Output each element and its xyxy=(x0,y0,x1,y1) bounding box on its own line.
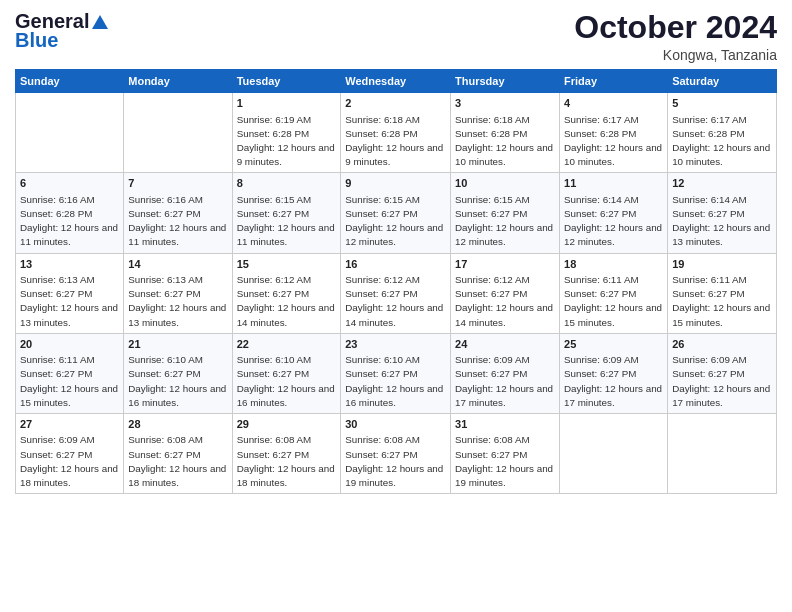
calendar-cell: 14Sunrise: 6:13 AMSunset: 6:27 PMDayligh… xyxy=(124,253,232,333)
day-number: 16 xyxy=(345,257,446,272)
day-info: Sunrise: 6:12 AMSunset: 6:27 PMDaylight:… xyxy=(345,273,446,330)
day-info: Sunrise: 6:11 AMSunset: 6:27 PMDaylight:… xyxy=(20,353,119,410)
day-info: Sunrise: 6:14 AMSunset: 6:27 PMDaylight:… xyxy=(564,193,663,250)
calendar-cell: 29Sunrise: 6:08 AMSunset: 6:27 PMDayligh… xyxy=(232,414,341,494)
calendar-cell: 7Sunrise: 6:16 AMSunset: 6:27 PMDaylight… xyxy=(124,173,232,253)
calendar-cell: 12Sunrise: 6:14 AMSunset: 6:27 PMDayligh… xyxy=(668,173,777,253)
calendar-cell: 4Sunrise: 6:17 AMSunset: 6:28 PMDaylight… xyxy=(560,93,668,173)
weekday-header-monday: Monday xyxy=(124,70,232,93)
day-number: 31 xyxy=(455,417,555,432)
calendar-table: SundayMondayTuesdayWednesdayThursdayFrid… xyxy=(15,69,777,494)
logo: General Blue xyxy=(15,10,110,52)
calendar-cell: 31Sunrise: 6:08 AMSunset: 6:27 PMDayligh… xyxy=(451,414,560,494)
calendar-cell: 2Sunrise: 6:18 AMSunset: 6:28 PMDaylight… xyxy=(341,93,451,173)
day-number: 14 xyxy=(128,257,227,272)
weekday-header-wednesday: Wednesday xyxy=(341,70,451,93)
day-info: Sunrise: 6:19 AMSunset: 6:28 PMDaylight:… xyxy=(237,113,337,170)
calendar-cell: 8Sunrise: 6:15 AMSunset: 6:27 PMDaylight… xyxy=(232,173,341,253)
day-number: 26 xyxy=(672,337,772,352)
day-info: Sunrise: 6:08 AMSunset: 6:27 PMDaylight:… xyxy=(455,433,555,490)
calendar-cell xyxy=(668,414,777,494)
calendar-week-row: 1Sunrise: 6:19 AMSunset: 6:28 PMDaylight… xyxy=(16,93,777,173)
calendar-cell xyxy=(560,414,668,494)
day-number: 5 xyxy=(672,96,772,111)
day-info: Sunrise: 6:13 AMSunset: 6:27 PMDaylight:… xyxy=(128,273,227,330)
calendar-cell: 22Sunrise: 6:10 AMSunset: 6:27 PMDayligh… xyxy=(232,333,341,413)
day-info: Sunrise: 6:18 AMSunset: 6:28 PMDaylight:… xyxy=(345,113,446,170)
month-title: October 2024 xyxy=(574,10,777,45)
day-info: Sunrise: 6:09 AMSunset: 6:27 PMDaylight:… xyxy=(455,353,555,410)
day-number: 27 xyxy=(20,417,119,432)
weekday-header-thursday: Thursday xyxy=(451,70,560,93)
day-number: 8 xyxy=(237,176,337,191)
day-number: 19 xyxy=(672,257,772,272)
day-info: Sunrise: 6:15 AMSunset: 6:27 PMDaylight:… xyxy=(345,193,446,250)
day-number: 3 xyxy=(455,96,555,111)
calendar-cell: 19Sunrise: 6:11 AMSunset: 6:27 PMDayligh… xyxy=(668,253,777,333)
day-info: Sunrise: 6:10 AMSunset: 6:27 PMDaylight:… xyxy=(128,353,227,410)
day-info: Sunrise: 6:10 AMSunset: 6:27 PMDaylight:… xyxy=(237,353,337,410)
location: Kongwa, Tanzania xyxy=(574,47,777,63)
calendar-cell: 16Sunrise: 6:12 AMSunset: 6:27 PMDayligh… xyxy=(341,253,451,333)
calendar-week-row: 13Sunrise: 6:13 AMSunset: 6:27 PMDayligh… xyxy=(16,253,777,333)
day-info: Sunrise: 6:14 AMSunset: 6:27 PMDaylight:… xyxy=(672,193,772,250)
calendar-cell: 27Sunrise: 6:09 AMSunset: 6:27 PMDayligh… xyxy=(16,414,124,494)
page-header: General Blue October 2024 Kongwa, Tanzan… xyxy=(15,10,777,63)
calendar-cell: 26Sunrise: 6:09 AMSunset: 6:27 PMDayligh… xyxy=(668,333,777,413)
day-info: Sunrise: 6:15 AMSunset: 6:27 PMDaylight:… xyxy=(237,193,337,250)
calendar-cell: 6Sunrise: 6:16 AMSunset: 6:28 PMDaylight… xyxy=(16,173,124,253)
calendar-week-row: 27Sunrise: 6:09 AMSunset: 6:27 PMDayligh… xyxy=(16,414,777,494)
day-number: 15 xyxy=(237,257,337,272)
day-info: Sunrise: 6:09 AMSunset: 6:27 PMDaylight:… xyxy=(672,353,772,410)
logo-blue: Blue xyxy=(15,29,58,52)
weekday-header-friday: Friday xyxy=(560,70,668,93)
logo-triangle-icon xyxy=(90,13,110,31)
day-info: Sunrise: 6:15 AMSunset: 6:27 PMDaylight:… xyxy=(455,193,555,250)
day-number: 20 xyxy=(20,337,119,352)
day-number: 7 xyxy=(128,176,227,191)
day-number: 18 xyxy=(564,257,663,272)
calendar-page: General Blue October 2024 Kongwa, Tanzan… xyxy=(0,0,792,612)
calendar-cell: 23Sunrise: 6:10 AMSunset: 6:27 PMDayligh… xyxy=(341,333,451,413)
day-number: 9 xyxy=(345,176,446,191)
day-info: Sunrise: 6:08 AMSunset: 6:27 PMDaylight:… xyxy=(128,433,227,490)
day-info: Sunrise: 6:18 AMSunset: 6:28 PMDaylight:… xyxy=(455,113,555,170)
day-number: 29 xyxy=(237,417,337,432)
calendar-cell: 18Sunrise: 6:11 AMSunset: 6:27 PMDayligh… xyxy=(560,253,668,333)
calendar-cell: 11Sunrise: 6:14 AMSunset: 6:27 PMDayligh… xyxy=(560,173,668,253)
day-number: 1 xyxy=(237,96,337,111)
calendar-cell: 3Sunrise: 6:18 AMSunset: 6:28 PMDaylight… xyxy=(451,93,560,173)
weekday-header-sunday: Sunday xyxy=(16,70,124,93)
calendar-week-row: 6Sunrise: 6:16 AMSunset: 6:28 PMDaylight… xyxy=(16,173,777,253)
day-number: 30 xyxy=(345,417,446,432)
day-number: 4 xyxy=(564,96,663,111)
day-info: Sunrise: 6:09 AMSunset: 6:27 PMDaylight:… xyxy=(20,433,119,490)
calendar-cell: 13Sunrise: 6:13 AMSunset: 6:27 PMDayligh… xyxy=(16,253,124,333)
calendar-cell: 1Sunrise: 6:19 AMSunset: 6:28 PMDaylight… xyxy=(232,93,341,173)
day-info: Sunrise: 6:11 AMSunset: 6:27 PMDaylight:… xyxy=(564,273,663,330)
calendar-cell: 9Sunrise: 6:15 AMSunset: 6:27 PMDaylight… xyxy=(341,173,451,253)
calendar-cell xyxy=(124,93,232,173)
calendar-cell xyxy=(16,93,124,173)
day-number: 2 xyxy=(345,96,446,111)
day-info: Sunrise: 6:12 AMSunset: 6:27 PMDaylight:… xyxy=(455,273,555,330)
day-info: Sunrise: 6:08 AMSunset: 6:27 PMDaylight:… xyxy=(237,433,337,490)
day-info: Sunrise: 6:08 AMSunset: 6:27 PMDaylight:… xyxy=(345,433,446,490)
day-info: Sunrise: 6:09 AMSunset: 6:27 PMDaylight:… xyxy=(564,353,663,410)
calendar-cell: 21Sunrise: 6:10 AMSunset: 6:27 PMDayligh… xyxy=(124,333,232,413)
day-number: 23 xyxy=(345,337,446,352)
weekday-header-saturday: Saturday xyxy=(668,70,777,93)
day-number: 24 xyxy=(455,337,555,352)
calendar-cell: 28Sunrise: 6:08 AMSunset: 6:27 PMDayligh… xyxy=(124,414,232,494)
day-info: Sunrise: 6:13 AMSunset: 6:27 PMDaylight:… xyxy=(20,273,119,330)
calendar-cell: 20Sunrise: 6:11 AMSunset: 6:27 PMDayligh… xyxy=(16,333,124,413)
calendar-cell: 30Sunrise: 6:08 AMSunset: 6:27 PMDayligh… xyxy=(341,414,451,494)
day-number: 17 xyxy=(455,257,555,272)
weekday-header-tuesday: Tuesday xyxy=(232,70,341,93)
day-number: 22 xyxy=(237,337,337,352)
day-info: Sunrise: 6:17 AMSunset: 6:28 PMDaylight:… xyxy=(672,113,772,170)
svg-marker-0 xyxy=(92,15,108,29)
day-number: 6 xyxy=(20,176,119,191)
day-number: 28 xyxy=(128,417,227,432)
calendar-cell: 17Sunrise: 6:12 AMSunset: 6:27 PMDayligh… xyxy=(451,253,560,333)
